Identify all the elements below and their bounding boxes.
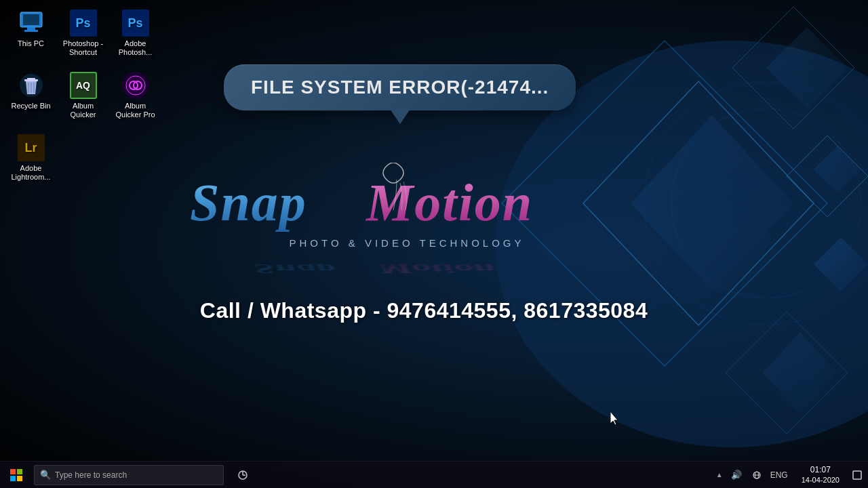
svg-marker-9 bbox=[763, 332, 837, 413]
this-pc-icon bbox=[18, 9, 45, 37]
desktop: This PC Ps Photoshop - Shortcut Ps Adobe… bbox=[0, 0, 868, 488]
logo-reflection: Snap Motion bbox=[176, 263, 637, 278]
album-quicker-pro-label: Album Quicker Pro bbox=[115, 102, 155, 119]
contact-info: Call / Whatsapp - 9476414555, 8617335084 bbox=[136, 298, 712, 323]
clock-area[interactable]: 01:07 14-04-2020 bbox=[795, 462, 846, 489]
network-icon[interactable] bbox=[747, 462, 766, 489]
error-bubble: FILE SYSTEM ERROR(-21474... bbox=[224, 64, 576, 110]
adobe-lr-label: Adobe Lightroom... bbox=[11, 164, 50, 182]
svg-rect-16 bbox=[24, 30, 38, 32]
start-button[interactable] bbox=[0, 462, 33, 489]
desktop-icon-adobe-photoshop[interactable]: Ps Adobe Photosh... bbox=[110, 5, 161, 61]
svg-marker-6 bbox=[787, 136, 868, 217]
notification-button[interactable] bbox=[846, 462, 868, 489]
adobe-lr-icon: Lr bbox=[18, 134, 45, 161]
svg-marker-4 bbox=[732, 7, 854, 129]
svg-marker-8 bbox=[726, 312, 848, 434]
taskbar: 🔍 Type here to search ▲ 🔊 bbox=[0, 461, 868, 488]
svg-text:Snap: Snap bbox=[190, 173, 307, 232]
desktop-icon-photoshop-shortcut[interactable]: Ps Photoshop - Shortcut bbox=[58, 5, 108, 61]
system-tray: ▲ 🔊 ENG bbox=[709, 462, 795, 489]
adobe-ps-label: Adobe Photosh... bbox=[119, 39, 153, 57]
volume-icon[interactable]: 🔊 bbox=[727, 462, 746, 489]
svg-rect-33 bbox=[17, 476, 22, 481]
mouse-cursor bbox=[610, 411, 618, 425]
desktop-icon-adobe-lightroom[interactable]: Lr Adobe Lightroom... bbox=[5, 130, 56, 186]
language-indicator[interactable]: ENG bbox=[768, 470, 791, 480]
svg-marker-5 bbox=[766, 27, 848, 108]
desktop-icon-recycle-bin[interactable]: Recycle Bin bbox=[5, 68, 56, 123]
svg-marker-3 bbox=[631, 115, 793, 291]
svg-rect-40 bbox=[853, 471, 861, 479]
this-pc-label: This PC bbox=[18, 39, 44, 48]
clock-date: 14-04-2020 bbox=[802, 475, 840, 485]
svg-marker-7 bbox=[814, 146, 861, 193]
svg-point-11 bbox=[644, 81, 868, 325]
taskbar-search[interactable]: 🔍 Type here to search bbox=[34, 465, 224, 485]
recycle-bin-icon bbox=[18, 72, 45, 99]
svg-rect-32 bbox=[10, 476, 16, 481]
album-quicker-label: Album Quicker bbox=[71, 102, 96, 119]
desktop-icon-album-quicker-pro[interactable]: Album Quicker Pro bbox=[110, 68, 161, 123]
svg-rect-31 bbox=[17, 469, 22, 474]
search-icon: 🔍 bbox=[40, 470, 51, 480]
task-view-button[interactable] bbox=[226, 462, 259, 489]
recycle-bin-label: Recycle Bin bbox=[11, 102, 50, 110]
desktop-icon-album-quicker[interactable]: AQ Album Quicker bbox=[58, 68, 108, 123]
logo-area: Snap Motion PHOTO & VIDEO TECHNOLOGY bbox=[176, 163, 637, 292]
svg-rect-14 bbox=[23, 14, 39, 25]
snap-motion-logo: Snap Motion bbox=[176, 163, 637, 244]
ps-shortcut-icon: Ps bbox=[70, 9, 97, 37]
ps-shortcut-label: Photoshop - Shortcut bbox=[63, 39, 103, 57]
search-placeholder: Type here to search bbox=[55, 470, 127, 480]
svg-rect-19 bbox=[27, 78, 35, 80]
tray-expand-button[interactable]: ▲ bbox=[713, 471, 726, 479]
album-quicker-pro-icon bbox=[122, 72, 149, 99]
error-text: FILE SYSTEM ERROR(-21474... bbox=[251, 77, 549, 98]
desktop-icon-this-pc[interactable]: This PC bbox=[5, 5, 56, 61]
adobe-ps-icon: Ps bbox=[122, 9, 149, 37]
system-tray-area: ▲ 🔊 ENG 01:07 14-04-2020 bbox=[709, 462, 868, 489]
svg-text:Snap: Snap bbox=[254, 264, 336, 277]
svg-point-12 bbox=[671, 108, 861, 298]
clock-time: 01:07 bbox=[810, 465, 831, 476]
album-quicker-icon: AQ bbox=[70, 72, 97, 99]
svg-text:Motion: Motion bbox=[377, 264, 496, 277]
svg-rect-15 bbox=[27, 27, 35, 30]
svg-rect-30 bbox=[10, 469, 16, 474]
svg-marker-10 bbox=[814, 237, 868, 291]
